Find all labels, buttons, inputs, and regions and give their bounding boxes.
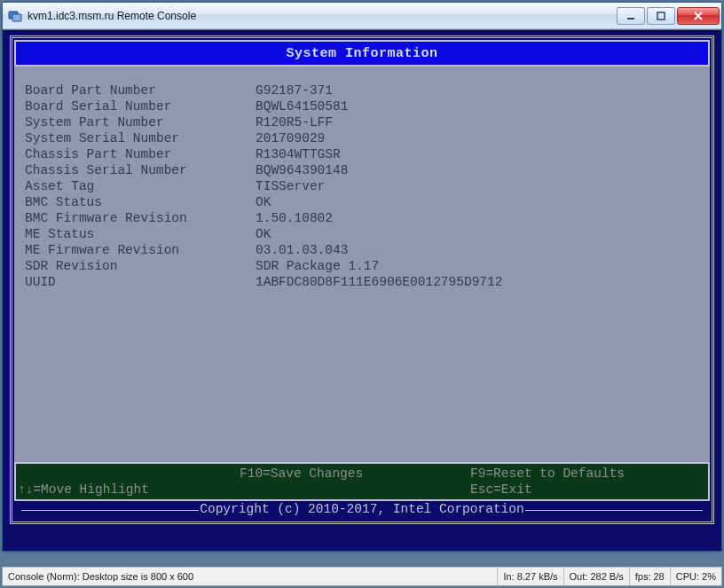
hotkey-row: F10=Save Changes F9=Reset to Defaults xyxy=(18,466,706,482)
info-label: System Serial Number xyxy=(25,130,256,146)
info-row: Board Serial NumberBQWL64150581 xyxy=(25,98,699,114)
info-value: 1.50.10802 xyxy=(256,210,699,226)
minimize-icon xyxy=(626,12,635,20)
close-button[interactable] xyxy=(677,7,720,25)
hotkey-cell: F9=Reset to Defaults xyxy=(470,466,706,481)
maximize-button[interactable] xyxy=(647,7,675,25)
remote-console-window: kvm1.idc3.msm.ru Remote Console System I… xyxy=(2,2,722,552)
info-row: System Serial Number201709029 xyxy=(25,130,699,146)
hotkey-row: ↑↓=Move Highlight Esc=Exit xyxy=(18,482,706,498)
info-label: SDR Revision xyxy=(25,258,256,274)
info-row: Chassis Part NumberR1304WTTGSR xyxy=(25,146,699,162)
svg-rect-1 xyxy=(12,14,21,21)
svg-rect-3 xyxy=(657,12,665,20)
bios-header-title: System Information xyxy=(286,46,437,61)
info-row: BMC StatusOK xyxy=(25,194,699,210)
maximize-icon xyxy=(657,12,665,20)
hotkey-cell: ↑↓=Move Highlight xyxy=(18,482,240,497)
info-label: BMC Firmware Revision xyxy=(25,210,256,226)
info-label: Asset Tag xyxy=(25,178,256,194)
info-value: OK xyxy=(256,194,699,210)
window-controls xyxy=(615,7,720,25)
hotkey-cell: F10=Save Changes xyxy=(240,466,470,481)
info-value: 1ABFDC80D8F111E6906E0012795D9712 xyxy=(256,274,699,290)
info-value: 03.01.03.043 xyxy=(256,242,699,258)
info-row: ME Firmware Revision03.01.03.043 xyxy=(25,242,699,258)
info-value: OK xyxy=(256,226,699,242)
info-label: BMC Status xyxy=(25,194,256,210)
info-label: Board Part Number xyxy=(25,82,256,98)
info-row: UUID1ABFDC80D8F111E6906E0012795D9712 xyxy=(25,274,699,290)
bios-hotkey-bar: F10=Save Changes F9=Reset to Defaults ↑↓… xyxy=(14,462,710,501)
info-row: BMC Firmware Revision1.50.10802 xyxy=(25,210,699,226)
info-value: BQWL64150581 xyxy=(256,98,699,114)
info-row: Asset TagTISServer xyxy=(25,178,699,194)
info-value: R120R5-LFF xyxy=(256,114,699,130)
bios-copyright: Copyright (c) 2010-2017, Intel Corporati… xyxy=(14,502,710,520)
window-titlebar[interactable]: kvm1.idc3.msm.ru Remote Console xyxy=(3,3,721,29)
close-icon xyxy=(694,12,703,20)
bios-screen: System Information Board Part NumberG921… xyxy=(10,35,714,524)
info-label: UUID xyxy=(25,274,256,290)
info-label: ME Firmware Revision xyxy=(25,242,256,258)
info-value: R1304WTTGSR xyxy=(256,146,699,162)
info-row: Chassis Serial NumberBQW964390148 xyxy=(25,162,699,178)
status-cpu: CPU: 2% xyxy=(671,568,721,585)
minimize-button[interactable] xyxy=(617,7,645,25)
app-icon xyxy=(8,9,22,23)
info-label: System Part Number xyxy=(25,114,256,130)
info-value: TISServer xyxy=(256,178,699,194)
status-desktop-size: Console (Norm): Desktop size is 800 x 60… xyxy=(3,568,498,585)
status-net-in: In: 8.27 kB/s xyxy=(498,568,563,585)
info-row: SDR RevisionSDR Package 1.17 xyxy=(25,258,699,274)
info-value: SDR Package 1.17 xyxy=(256,258,699,274)
hotkey-cell: Esc=Exit xyxy=(470,482,706,497)
info-value: G92187-371 xyxy=(256,82,699,98)
kvm-console-viewport[interactable]: System Information Board Part NumberG921… xyxy=(3,29,721,551)
info-row: System Part NumberR120R5-LFF xyxy=(25,114,699,130)
status-bar: Console (Norm): Desktop size is 800 x 60… xyxy=(2,567,722,586)
info-label: ME Status xyxy=(25,226,256,242)
info-label: Board Serial Number xyxy=(25,98,256,114)
status-net-out: Out: 282 B/s xyxy=(564,568,630,585)
info-label: Chassis Serial Number xyxy=(25,162,256,178)
info-row: ME StatusOK xyxy=(25,226,699,242)
info-label: Chassis Part Number xyxy=(25,146,256,162)
window-title: kvm1.idc3.msm.ru Remote Console xyxy=(28,10,615,22)
info-row: Board Part NumberG92187-371 xyxy=(25,82,699,98)
bios-header: System Information xyxy=(14,40,710,67)
svg-rect-2 xyxy=(627,18,634,20)
info-value: 201709029 xyxy=(256,130,699,146)
bios-info-panel: Board Part NumberG92187-371Board Serial … xyxy=(14,67,710,462)
status-fps: fps: 28 xyxy=(630,568,671,585)
info-value: BQW964390148 xyxy=(256,162,699,178)
